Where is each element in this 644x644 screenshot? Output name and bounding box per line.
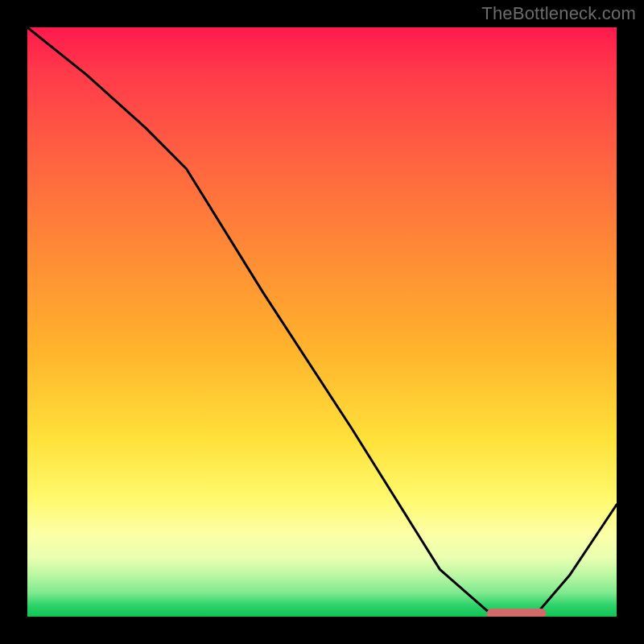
chart-overlay xyxy=(27,27,617,617)
watermark-text: TheBottleneck.com xyxy=(481,3,636,24)
bottleneck-curve xyxy=(27,27,617,617)
optimal-range-marker xyxy=(487,609,546,617)
plot-area xyxy=(27,27,617,617)
chart-frame: TheBottleneck.com xyxy=(0,0,644,644)
